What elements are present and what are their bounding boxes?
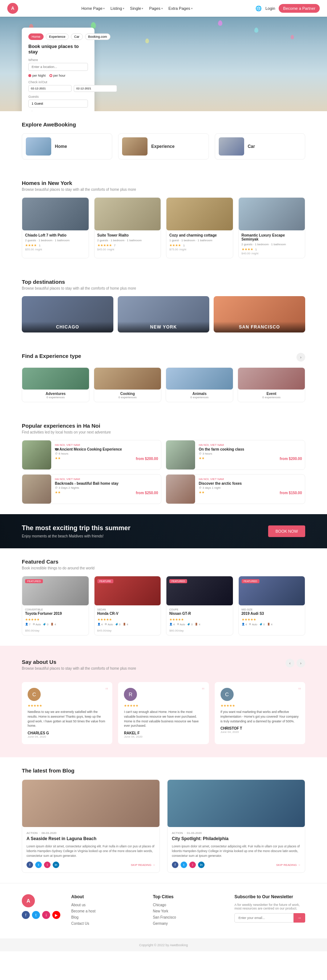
blog-twitter-2[interactable]: t (181, 862, 187, 868)
exciting-banner-sub: Enjoy moments at the beach Maldives with… (22, 534, 130, 538)
newsletter-submit-button[interactable]: → (294, 913, 305, 923)
blog-socials-1: f t i in (27, 862, 59, 868)
checkin-input[interactable] (29, 85, 71, 92)
nav-listing[interactable]: Listing ▾ (110, 6, 124, 11)
car-card-1[interactable]: FEATURED CONVERTIBLE Toyota Fortuner 201… (22, 576, 89, 636)
car-badge-3: FEATURED (169, 579, 187, 583)
exp-type-animals[interactable]: Animals 0 experiences (166, 368, 233, 402)
home-card-4[interactable]: Romantic Luxury Escape Seminyak 2 guests… (238, 197, 306, 258)
car-card-4[interactable]: FEATURED MID-SIZE 2019 Audi S3 ★★★★★ 👤 4… (238, 576, 306, 636)
footer-about-us[interactable]: About us (71, 903, 142, 907)
blog-linkedin-2[interactable]: in (198, 862, 205, 868)
location-input[interactable] (29, 63, 88, 71)
testimonials-next-arrow[interactable]: › (297, 659, 305, 668)
explore-card-car[interactable]: Car (215, 134, 305, 159)
blog-instagram-2[interactable]: i (189, 862, 196, 868)
homes-grid: Chiado Loft 7 with Patio 2 guests · 1 be… (22, 197, 305, 258)
dest-sf[interactable]: SAN FRANCISCO (214, 296, 305, 332)
exp-animals-image (166, 368, 233, 390)
testimonials-prev-arrow[interactable]: ‹ (286, 659, 294, 668)
blog-facebook-2[interactable]: f (172, 862, 178, 868)
book-now-button[interactable]: BOOK NOW (268, 525, 305, 537)
exp-type-adventures[interactable]: Adventures 0 experiences (22, 368, 89, 402)
tab-experience[interactable]: Experience (46, 33, 69, 40)
blog-instagram-1[interactable]: i (44, 862, 51, 868)
exp-type-next-arrow[interactable]: › (297, 353, 305, 361)
nav-single[interactable]: Single ▾ (130, 6, 143, 11)
car-image-1: FEATURED (22, 576, 89, 605)
navbar-right: 🌐 Login Become a Partner (256, 4, 320, 13)
tab-home[interactable]: Home (29, 33, 44, 40)
explore-section: Explore AweBooking Home Experience Car (0, 111, 327, 170)
chevron-down-icon: ▾ (191, 7, 192, 10)
pop-exp-name-1: 🍽 Ancient Mexico Cooking Experience (55, 447, 158, 451)
tab-car[interactable]: Car (71, 33, 83, 40)
exp-type-event[interactable]: Event 0 experiences (238, 368, 305, 402)
car-card-2[interactable]: FEATURE SEDAN Honda CR-V ★★★★★ 👤 4 ⚙ Aut… (94, 576, 161, 636)
explore-card-home[interactable]: Home (22, 134, 112, 159)
exp-adventures-count: 0 experiences (46, 396, 65, 399)
blog-twitter-1[interactable]: t (35, 862, 42, 868)
car-badge-4: FEATURED (241, 579, 259, 583)
car-specs-2: 👤 4 ⚙ Auto 🧳 0 🚪 4 (97, 623, 158, 626)
per-night-option[interactable]: per Night (29, 74, 46, 77)
pop-exp-image-4 (166, 474, 195, 504)
partner-button[interactable]: Become a Partner (279, 4, 320, 13)
blog-grid: ACTION · 08-03-2020 A Seaside Reset in L… (22, 780, 305, 873)
nav-home[interactable]: Home Page ▾ (81, 6, 105, 11)
login-button[interactable]: Login (265, 6, 275, 11)
pop-exp-stars-4: ★★ (199, 490, 205, 494)
pop-exp-location-1: Ha Noi, Viet Nam (55, 443, 158, 447)
home-image-1 (22, 198, 89, 231)
explore-card-experience[interactable]: Experience (118, 134, 208, 159)
footer-twitter[interactable]: t (32, 911, 40, 919)
footer-contact[interactable]: Contact Us (71, 921, 142, 926)
footer-city-newyork[interactable]: New York (153, 909, 224, 913)
blog-linkedin-1[interactable]: in (53, 862, 59, 868)
footer-become-host[interactable]: Become a host (71, 909, 142, 913)
testimonial-text-1: Needless to say we are extremely satisfi… (28, 710, 106, 728)
footer-facebook[interactable]: f (22, 911, 30, 919)
footer-city-sf[interactable]: San Francisco (153, 915, 224, 919)
pop-exp-card-4[interactable]: Ha Noi, Viet Nam Discover the arctic fox… (166, 474, 305, 504)
home-card-3[interactable]: Cozy and charming cottage 1 guest · 1 be… (166, 197, 233, 258)
home-card-1[interactable]: Chiado Loft 7 with Patio 2 guests · 1 be… (22, 197, 89, 258)
checkout-input[interactable] (74, 85, 117, 92)
footer-instagram[interactable]: i (42, 911, 50, 919)
destinations-grid: CHICAGO NEW YORK SAN FRANCISCO (22, 296, 305, 332)
explore-experience-image (122, 137, 148, 156)
per-hour-option[interactable]: per hour (49, 74, 66, 77)
nav-pages[interactable]: Pages ▾ (149, 6, 162, 11)
pop-exp-card-2[interactable]: Ha Noi, Viet Nam On the farm cooking cla… (166, 440, 305, 470)
footer-city-chicago[interactable]: Chicago (153, 903, 224, 907)
newsletter-email-input[interactable] (234, 913, 294, 923)
dest-newyork[interactable]: NEW YORK (118, 296, 209, 332)
testimonial-name-2: RAKEL F (124, 731, 203, 735)
footer-blog[interactable]: Blog (71, 915, 142, 919)
guests-input[interactable] (29, 100, 88, 108)
balloon-icon (218, 20, 222, 26)
globe-icon[interactable]: 🌐 (256, 5, 262, 11)
tab-booking[interactable]: Booking.com (85, 33, 110, 40)
pop-exp-card-3[interactable]: Ha Noi, Viet Nam Backroads - beautiful B… (22, 474, 161, 504)
pop-exp-card-1[interactable]: Ha Noi, Viet Nam 🍽 Ancient Mexico Cookin… (22, 440, 161, 470)
navbar-logo[interactable]: A (7, 3, 18, 14)
testimonial-card-2: " R ★★★★★ I can't say enough about Home.… (118, 682, 208, 744)
exp-type-cooking[interactable]: Cooking 0 experiences (94, 368, 161, 402)
testimonial-date-2: June 04, 2020 (124, 735, 203, 738)
home-card-2[interactable]: Suite Tower Rialto 2 guests · 1 bedroom … (94, 197, 161, 258)
footer-city-germany[interactable]: Germany (153, 921, 224, 926)
pop-exp-price-3: from $250.00 (136, 491, 158, 495)
pop-exp-duration-4: ⏱ 3 days 1 night (199, 486, 302, 490)
car-card-3[interactable]: FEATURED COUPE Nissan GT-R ★★★★★ 👤 4 ⚙ A… (166, 576, 233, 636)
blog-read-more-1[interactable]: SKIP READING → (131, 863, 155, 867)
blog-read-more-2[interactable]: SKIP READING → (276, 863, 300, 867)
nav-extra[interactable]: Extra Pages ▾ (168, 6, 192, 11)
blog-card-2[interactable]: ACTION · 01-03-2020 City Spotlight: Phil… (167, 780, 305, 873)
dest-chicago[interactable]: CHICAGO (22, 296, 113, 332)
car-specs-1: 👤 7 ⚙ Auto 🧳 0 🚪 4 (25, 623, 86, 626)
blog-facebook-1[interactable]: f (27, 862, 33, 868)
homes-sub: Browse beautiful places to stay with all… (22, 188, 305, 191)
footer-youtube[interactable]: ▶ (52, 911, 60, 919)
blog-card-1[interactable]: ACTION · 08-03-2020 A Seaside Reset in L… (22, 780, 160, 873)
